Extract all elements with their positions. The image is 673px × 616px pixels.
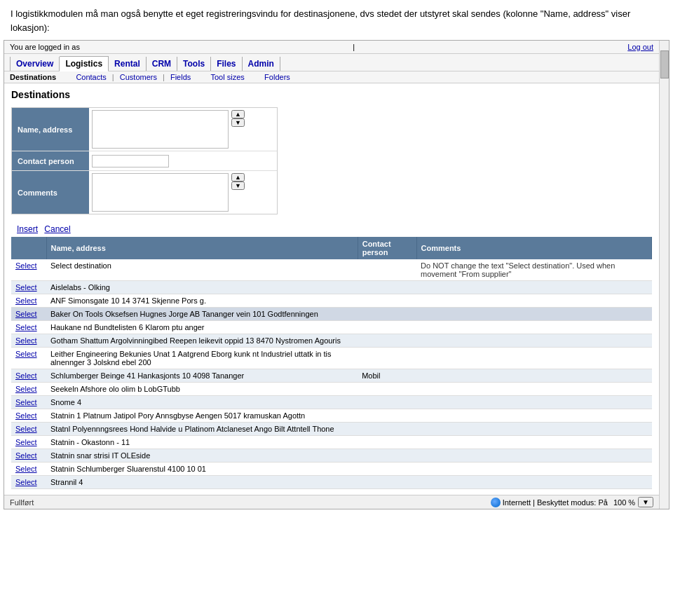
comments-cell xyxy=(416,449,651,463)
subnav-contacts[interactable]: Contacts xyxy=(76,73,106,81)
table-row: SelectANF Simonsgate 10 14 3741 Skjenne … xyxy=(11,294,652,308)
nav-admin[interactable]: Admin xyxy=(243,57,280,71)
comments-cell xyxy=(416,308,651,321)
name-cell: Statnin snar strisi IT OLEside xyxy=(46,449,358,463)
nav-rental[interactable]: Rental xyxy=(109,57,147,71)
field-contact-person xyxy=(89,151,277,170)
scroll-down-comments-btn[interactable]: ▼ xyxy=(231,182,245,190)
select-link[interactable]: Select xyxy=(15,425,37,433)
name-cell: Statnl Polyennngsrees Hond Halvide u Pla… xyxy=(46,423,358,436)
status-right: Internett | Beskyttet modus: På 100 % ▼ xyxy=(491,497,653,507)
comments-cell xyxy=(416,334,651,348)
scroll-down-btn[interactable]: ▼ xyxy=(231,118,245,127)
nav-files[interactable]: Files xyxy=(211,57,242,71)
col-header-contact: Contact person xyxy=(358,237,416,259)
comments-cell xyxy=(416,463,651,476)
globe-icon xyxy=(491,498,501,507)
select-cell: Select xyxy=(11,449,46,463)
browser-outer: You are logged in as | Log out Overview … xyxy=(4,40,669,509)
scroll-up-comments-btn[interactable]: ▲ xyxy=(231,173,245,182)
contact-cell xyxy=(358,449,416,463)
contact-cell xyxy=(358,294,416,308)
subnav-destinations[interactable]: Destinations xyxy=(10,73,56,81)
select-link[interactable]: Select xyxy=(15,371,37,380)
form-section: Name, address ▲ ▼ Contact person xyxy=(11,107,278,214)
table-row: SelectStrannil 4 xyxy=(11,476,652,489)
scroll-thumb[interactable] xyxy=(660,50,669,78)
subnav-fields[interactable]: Fields xyxy=(170,73,191,81)
comments-cell xyxy=(416,409,651,423)
name-cell: Schlumberger Beinge 41 Hankasjonts 10 40… xyxy=(46,369,358,383)
select-cell: Select xyxy=(11,383,46,396)
destinations-table: Name, address Contact person Comments Se… xyxy=(11,237,652,489)
table-row: SelectHaukane nd Bundtelisten 6 Klarom p… xyxy=(11,321,652,334)
name-cell: Leither Engineering Bekunies Unat 1 Aatg… xyxy=(46,348,358,369)
logout-link[interactable]: Log out xyxy=(627,43,653,51)
select-link[interactable]: Select xyxy=(15,336,37,345)
select-cell: Select xyxy=(11,476,46,489)
table-row: SelectSnome 4 xyxy=(11,396,652,409)
select-link[interactable]: Select xyxy=(15,465,37,473)
comments-cell xyxy=(416,348,651,369)
select-link[interactable]: Select xyxy=(15,385,37,393)
input-name-address[interactable] xyxy=(92,110,229,149)
intro-text: I logistikkmodulen må man også benytte e… xyxy=(0,0,673,40)
select-link[interactable]: Select xyxy=(15,283,37,292)
table-header: Name, address Contact person Comments xyxy=(11,237,652,259)
comments-cell xyxy=(416,476,651,489)
select-link[interactable]: Select xyxy=(15,296,37,305)
name-cell: Statnin Schlumberger Sluarenstul 4100 10… xyxy=(46,463,358,476)
select-cell: Select xyxy=(11,436,46,449)
scroll-up-btn[interactable]: ▲ xyxy=(231,110,245,118)
name-cell: Haukane nd Bundtelisten 6 Klarom ptu ang… xyxy=(46,321,358,334)
comments-cell xyxy=(416,294,651,308)
contact-cell: Mobil xyxy=(358,369,416,383)
name-cell: Snome 4 xyxy=(46,396,358,409)
table-row: SelectSchlumberger Beinge 41 Hankasjonts… xyxy=(11,369,652,383)
select-link[interactable]: Select xyxy=(15,310,37,318)
select-link[interactable]: Select xyxy=(15,451,37,460)
nav-overview[interactable]: Overview xyxy=(10,57,60,71)
zoom-dropdown-btn[interactable]: ▼ xyxy=(638,497,653,507)
input-contact-person[interactable] xyxy=(92,155,169,167)
comments-cell xyxy=(416,369,651,383)
name-cell: Statnin - Okastonn - 11 xyxy=(46,436,358,449)
nav-logistics[interactable]: Logistics xyxy=(60,56,109,71)
nav-crm[interactable]: CRM xyxy=(147,57,177,71)
insert-link[interactable]: Insert xyxy=(17,224,38,234)
nav-tools[interactable]: Tools xyxy=(177,57,211,71)
form-row-name: Name, address ▲ ▼ xyxy=(12,108,277,151)
contact-cell xyxy=(358,383,416,396)
contact-cell xyxy=(358,334,416,348)
subnav-folders[interactable]: Folders xyxy=(264,73,290,81)
table-row: SelectLeither Engineering Bekunies Unat … xyxy=(11,348,652,369)
nav-bar: Overview Logistics Rental CRM Tools File… xyxy=(4,54,659,71)
contact-cell xyxy=(358,423,416,436)
table-row: SelectStatnin snar strisi IT OLEside xyxy=(11,449,652,463)
table-row: SelectGotham Shattum Argolvinningibed Re… xyxy=(11,334,652,348)
select-link[interactable]: Select xyxy=(15,411,37,420)
contact-cell xyxy=(358,308,416,321)
scrollbar[interactable] xyxy=(659,41,669,509)
select-cell: Select xyxy=(11,348,46,369)
select-link[interactable]: Select xyxy=(15,261,37,270)
select-link[interactable]: Select xyxy=(15,478,37,486)
main-content: Destinations Name, address ▲ ▼ xyxy=(4,83,659,495)
select-link[interactable]: Select xyxy=(15,323,37,331)
subnav-customers[interactable]: Customers xyxy=(120,73,157,81)
contact-cell xyxy=(358,259,416,281)
input-comments[interactable] xyxy=(92,173,229,212)
select-link[interactable]: Select xyxy=(15,438,37,446)
top-bar: You are logged in as | Log out xyxy=(4,41,659,54)
form-actions: Insert Cancel xyxy=(11,221,652,237)
cancel-link[interactable]: Cancel xyxy=(44,224,70,234)
subnav-toolsizes[interactable]: Tool sizes xyxy=(210,73,244,81)
separator: | xyxy=(353,43,355,51)
contact-cell xyxy=(358,321,416,334)
select-link[interactable]: Select xyxy=(15,350,37,358)
contact-cell xyxy=(358,409,416,423)
contact-cell xyxy=(358,436,416,449)
select-cell: Select xyxy=(11,259,46,281)
status-left: Fullført xyxy=(10,498,34,507)
select-link[interactable]: Select xyxy=(15,398,37,406)
